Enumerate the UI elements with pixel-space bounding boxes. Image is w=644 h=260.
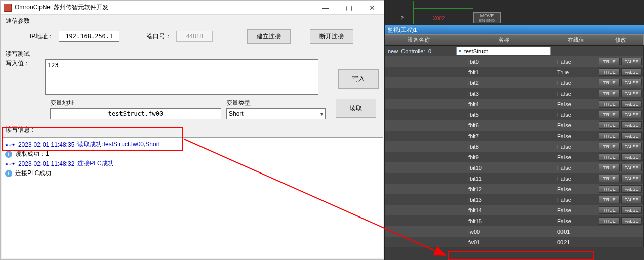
watch-value-cell[interactable]: False xyxy=(554,99,597,109)
watch-row[interactable]: fbit14FalseTRUEFALSE xyxy=(385,205,644,215)
watch-row[interactable]: fbit10FalseTRUEFALSE xyxy=(385,162,644,173)
watch-name-cell[interactable]: fbit8 xyxy=(453,141,554,152)
set-true-button[interactable]: TRUE xyxy=(599,68,620,76)
watch-name-cell[interactable]: fbit7 xyxy=(453,131,554,141)
maximize-button[interactable]: ▢ xyxy=(337,1,360,15)
close-button[interactable]: ✕ xyxy=(360,1,384,15)
minimize-button[interactable]: — xyxy=(314,1,337,15)
watch-header-name[interactable]: 名称 xyxy=(453,35,554,45)
set-false-button[interactable]: FALSE xyxy=(621,100,642,108)
watch-value-cell[interactable]: True xyxy=(554,67,597,77)
watch-name-cell[interactable]: fbit3 xyxy=(453,88,554,99)
disconnect-button[interactable]: 断开连接 xyxy=(310,29,353,44)
set-false-button[interactable]: FALSE xyxy=(621,121,642,129)
set-false-button[interactable]: FALSE xyxy=(621,196,642,203)
watch-name-cell[interactable]: fw00 xyxy=(453,226,554,237)
watch-struct-cell[interactable]: ▼testStruct xyxy=(453,46,554,56)
watch-name-cell[interactable]: fbit9 xyxy=(453,152,554,162)
watch-row[interactable]: fbit0FalseTRUEFALSE xyxy=(385,56,644,67)
set-false-button[interactable]: FALSE xyxy=(621,206,642,214)
watch-name-cell[interactable]: fw01 xyxy=(453,237,554,247)
watch-name-cell[interactable]: fbit12 xyxy=(453,184,554,194)
read-button[interactable]: 读取 xyxy=(336,99,376,118)
set-false-button[interactable]: FALSE xyxy=(621,143,642,150)
watch-name-cell[interactable]: fbit15 xyxy=(453,215,554,226)
set-true-button[interactable]: TRUE xyxy=(599,58,620,65)
instruction-block[interactable]: MOVE EN ENO xyxy=(473,12,501,23)
watch-name-cell[interactable]: fbit2 xyxy=(453,77,554,88)
titlebar[interactable]: OmronCipNet 苏州传智元软件开发 — ▢ ✕ xyxy=(1,1,384,15)
watch-name-cell[interactable]: fbit11 xyxy=(453,173,554,184)
ladder-editor[interactable]: 2 X002 MOVE EN ENO xyxy=(385,0,644,25)
set-true-button[interactable]: TRUE xyxy=(599,217,620,225)
var-type-dropdown[interactable]: Short ▾ xyxy=(226,108,326,119)
watch-row[interactable]: fw010021 xyxy=(385,237,644,247)
watch-name-cell[interactable]: fbit10 xyxy=(453,162,554,173)
watch-name-cell[interactable]: fbit1 xyxy=(453,67,554,77)
watch-value-cell[interactable]: False xyxy=(554,109,597,120)
watch-name-cell[interactable]: fbit6 xyxy=(453,120,554,131)
write-value-input[interactable] xyxy=(45,59,318,95)
watch-value-cell[interactable]: False xyxy=(554,162,597,173)
set-false-button[interactable]: FALSE xyxy=(621,90,642,97)
watch-value-cell[interactable]: False xyxy=(554,141,597,152)
set-true-button[interactable]: TRUE xyxy=(599,185,620,193)
set-false-button[interactable]: FALSE xyxy=(621,164,642,171)
set-true-button[interactable]: TRUE xyxy=(599,121,620,129)
watch-header-device[interactable]: 设备名称 xyxy=(385,35,453,45)
watch-value-cell[interactable]: False xyxy=(554,194,597,205)
set-false-button[interactable]: FALSE xyxy=(621,79,642,86)
watch-value-cell[interactable]: False xyxy=(554,131,597,141)
set-false-button[interactable]: FALSE xyxy=(621,132,642,140)
connect-button[interactable]: 建立连接 xyxy=(247,29,291,44)
write-button[interactable]: 写入 xyxy=(338,69,379,89)
set-true-button[interactable]: TRUE xyxy=(599,143,620,150)
watch-value-cell[interactable]: 0021 xyxy=(554,237,597,247)
set-true-button[interactable]: TRUE xyxy=(599,111,620,118)
set-true-button[interactable]: TRUE xyxy=(599,132,620,140)
set-true-button[interactable]: TRUE xyxy=(599,196,620,203)
watch-row[interactable]: fbit2FalseTRUEFALSE xyxy=(385,77,644,88)
set-false-button[interactable]: FALSE xyxy=(621,217,642,225)
set-true-button[interactable]: TRUE xyxy=(599,153,620,161)
set-true-button[interactable]: TRUE xyxy=(599,100,620,108)
watch-value-cell[interactable]: False xyxy=(554,205,597,215)
set-true-button[interactable]: TRUE xyxy=(599,79,620,86)
ip-input[interactable]: 192.168.250.1 xyxy=(59,31,119,42)
watch-row-struct[interactable]: new_Controller_0▼testStruct xyxy=(385,46,644,56)
watch-header-value[interactable]: 在线值 xyxy=(554,35,597,45)
log-area[interactable]: ★☆★2023-02-01 11:48:35读取成功:testStruct.fw… xyxy=(2,137,383,258)
watch-row[interactable]: fbit1TrueTRUEFALSE xyxy=(385,67,644,77)
watch-row[interactable]: fbit9FalseTRUEFALSE xyxy=(385,152,644,162)
watch-value-cell[interactable]: False xyxy=(554,56,597,67)
set-true-button[interactable]: TRUE xyxy=(599,206,620,214)
set-false-button[interactable]: FALSE xyxy=(621,153,642,161)
watch-value-cell[interactable]: False xyxy=(554,88,597,99)
watch-value-cell[interactable]: False xyxy=(554,120,597,131)
watch-name-cell[interactable]: fbit5 xyxy=(453,109,554,120)
set-true-button[interactable]: TRUE xyxy=(599,90,620,97)
var-address-input[interactable]: testStruct.fw00 xyxy=(50,108,221,119)
watch-row[interactable]: fbit11FalseTRUEFALSE xyxy=(385,173,644,184)
watch-value-cell[interactable]: False xyxy=(554,173,597,184)
set-true-button[interactable]: TRUE xyxy=(599,175,620,182)
watch-name-cell[interactable]: fbit0 xyxy=(453,56,554,67)
watch-value-cell[interactable]: False xyxy=(554,215,597,226)
watch-header-modify[interactable]: 修改 xyxy=(597,35,644,45)
watch-name-cell[interactable]: fbit14 xyxy=(453,205,554,215)
watch-body[interactable]: new_Controller_0▼testStructfbit0FalseTRU… xyxy=(385,46,644,260)
set-true-button[interactable]: TRUE xyxy=(599,164,620,171)
watch-value-cell[interactable]: 0001 xyxy=(554,226,597,237)
watch-row[interactable]: fbit15FalseTRUEFALSE xyxy=(385,215,644,226)
watch-name-cell[interactable]: fbit4 xyxy=(453,99,554,109)
watch-panel-title[interactable]: 监视(工程)1 xyxy=(385,25,644,34)
watch-value-cell[interactable]: False xyxy=(554,152,597,162)
watch-value-cell[interactable]: False xyxy=(554,77,597,88)
watch-row[interactable]: fbit7FalseTRUEFALSE xyxy=(385,131,644,141)
watch-row[interactable]: fbit5FalseTRUEFALSE xyxy=(385,109,644,120)
set-false-button[interactable]: FALSE xyxy=(621,68,642,76)
watch-value-cell[interactable]: False xyxy=(554,184,597,194)
watch-name-cell[interactable]: fbit13 xyxy=(453,194,554,205)
set-false-button[interactable]: FALSE xyxy=(621,111,642,118)
watch-row[interactable]: fbit4FalseTRUEFALSE xyxy=(385,99,644,109)
